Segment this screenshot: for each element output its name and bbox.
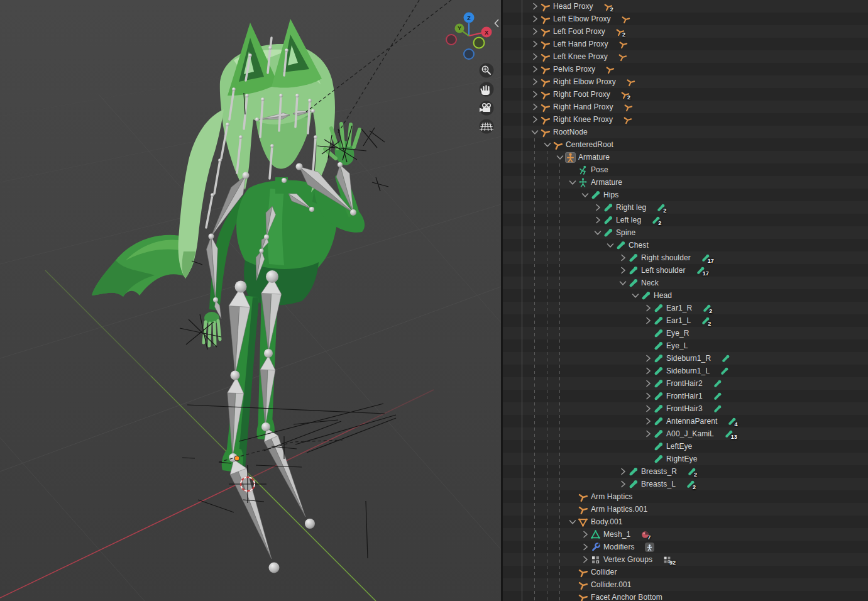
- outliner-row[interactable]: Left Knee Proxy: [503, 50, 868, 63]
- bone-icon[interactable]: [653, 454, 664, 465]
- camera-button[interactable]: [480, 101, 494, 116]
- collapse-arrow[interactable]: [568, 517, 578, 527]
- outliner-row[interactable]: Sideburn1_R: [503, 352, 868, 365]
- bone-icon[interactable]: [615, 240, 626, 251]
- bone-icon[interactable]: [628, 466, 639, 477]
- expand-arrow[interactable]: [593, 202, 603, 212]
- outliner-item-label[interactable]: Neck: [641, 278, 659, 287]
- collapse-arrow[interactable]: [630, 290, 640, 300]
- vertex-group-icon[interactable]: [590, 554, 601, 565]
- outliner-row[interactable]: FrontHair2: [503, 377, 868, 390]
- empty-icon[interactable]: [552, 140, 563, 150]
- outliner-item-label[interactable]: Hips: [603, 190, 618, 199]
- expand-arrow[interactable]: [643, 404, 653, 414]
- expand-arrow[interactable]: [643, 353, 653, 363]
- empty-icon[interactable]: [540, 26, 551, 37]
- outliner-item-label[interactable]: Modifiers: [603, 543, 635, 551]
- outliner-item-label[interactable]: Left leg: [616, 216, 641, 224]
- bone-icon[interactable]: [653, 353, 664, 364]
- expand-arrow[interactable]: [643, 378, 653, 389]
- outliner-item-label[interactable]: Chest: [629, 241, 649, 250]
- outliner-item-label[interactable]: Left shoulder: [641, 266, 686, 275]
- outliner-row[interactable]: RightEye: [503, 453, 868, 465]
- outliner-item-label[interactable]: FrontHair1: [666, 392, 703, 400]
- outliner-item-label[interactable]: FrontHair2: [666, 379, 703, 388]
- outliner-row[interactable]: Left Hand Proxy: [503, 38, 868, 50]
- outliner-row[interactable]: Arm Haptics: [503, 490, 868, 503]
- empty-icon[interactable]: [578, 492, 588, 502]
- outliner-row[interactable]: A00_J_KamiL13: [503, 427, 868, 440]
- bone-icon[interactable]: [628, 265, 639, 276]
- bone-icon[interactable]: [603, 228, 613, 238]
- expand-arrow[interactable]: [580, 529, 590, 539]
- bone-icon[interactable]: [653, 429, 664, 439]
- outliner-item-label[interactable]: Collider.001: [591, 580, 632, 589]
- expand-arrow[interactable]: [593, 215, 603, 225]
- outliner-row[interactable]: Mesh_17: [503, 528, 868, 541]
- outliner-item-label[interactable]: Breasts_L: [641, 480, 676, 488]
- outliner-item-label[interactable]: Sideburn1_L: [666, 367, 710, 375]
- outliner-row[interactable]: Vertex Groups92: [503, 553, 868, 566]
- outliner-item-label[interactable]: Head Proxy: [553, 2, 593, 11]
- 3d-viewport[interactable]: Y X Z: [0, 0, 501, 601]
- collapse-arrow[interactable]: [618, 278, 628, 288]
- outliner-item-label[interactable]: FrontHair3: [666, 404, 703, 413]
- outliner-row[interactable]: Breasts_R2: [503, 465, 868, 478]
- outliner-item-label[interactable]: Ear1_R: [666, 304, 692, 312]
- gizmo-y-ball[interactable]: Y: [455, 24, 464, 33]
- expand-arrow[interactable]: [530, 89, 540, 99]
- outliner-item-label[interactable]: Left Hand Proxy: [553, 40, 608, 48]
- outliner-row[interactable]: Left Elbow Proxy: [503, 13, 868, 25]
- outliner-item-label[interactable]: Right Hand Proxy: [553, 102, 613, 111]
- outliner-item-label[interactable]: Eye_L: [666, 341, 688, 350]
- outliner-row[interactable]: Left shoulder17: [503, 264, 868, 277]
- empty-icon[interactable]: [540, 114, 551, 125]
- expand-arrow[interactable]: [643, 303, 653, 313]
- outliner-panel[interactable]: Head Proxy2Left Elbow ProxyLeft Foot Pro…: [503, 0, 868, 601]
- zoom-button[interactable]: [480, 63, 494, 78]
- outliner-item-label[interactable]: Left Elbow Proxy: [553, 14, 611, 23]
- outliner-row[interactable]: Armature: [503, 176, 868, 189]
- outliner-row[interactable]: Eye_R: [503, 327, 868, 339]
- expand-arrow[interactable]: [530, 39, 540, 49]
- bone-icon[interactable]: [653, 404, 664, 414]
- collapse-arrow[interactable]: [593, 228, 603, 238]
- outliner-row[interactable]: Right leg2: [503, 201, 868, 214]
- outliner-row[interactable]: Modifiers: [503, 541, 868, 553]
- outliner-row[interactable]: Collider.001: [503, 578, 868, 591]
- expand-arrow[interactable]: [530, 102, 540, 112]
- gizmo-y-negative-ball[interactable]: [474, 38, 485, 48]
- wrench-icon[interactable]: [590, 542, 601, 553]
- pose-icon[interactable]: [578, 165, 588, 175]
- outliner-item-label[interactable]: Arm Haptics: [591, 492, 632, 501]
- outliner-item-label[interactable]: RightEye: [666, 455, 698, 463]
- expand-arrow[interactable]: [643, 366, 653, 376]
- empty-icon[interactable]: [540, 127, 551, 138]
- expand-arrow[interactable]: [643, 316, 653, 326]
- outliner-item-label[interactable]: Pose: [591, 165, 608, 174]
- bone-icon[interactable]: [653, 341, 664, 351]
- expand-arrow[interactable]: [530, 114, 540, 124]
- bone-icon[interactable]: [603, 202, 613, 213]
- bone-icon[interactable]: [653, 416, 664, 427]
- outliner-item-label[interactable]: Right leg: [616, 203, 646, 212]
- outliner-row[interactable]: Right shoulder17: [503, 251, 868, 264]
- outliner-row[interactable]: Right Elbow Proxy: [503, 75, 868, 88]
- outliner-row[interactable]: Head: [503, 289, 868, 302]
- empty-icon[interactable]: [540, 64, 551, 75]
- outliner-item-label[interactable]: Facet Anchor Bottom: [591, 593, 662, 601]
- gizmo-x-negative-ball[interactable]: [446, 35, 456, 45]
- expand-arrow[interactable]: [530, 77, 540, 87]
- bone-icon[interactable]: [590, 190, 601, 201]
- outliner-row[interactable]: AntennaParent4: [503, 415, 868, 427]
- outliner-row[interactable]: Pelvis Proxy: [503, 63, 868, 75]
- outliner-row[interactable]: Hips: [503, 189, 868, 201]
- outliner-item-label[interactable]: Right Knee Proxy: [553, 115, 613, 124]
- outliner-row[interactable]: Right Hand Proxy: [503, 101, 868, 113]
- expand-arrow[interactable]: [530, 52, 540, 62]
- outliner-row[interactable]: Ear1_L2: [503, 314, 868, 327]
- bone-icon[interactable]: [603, 215, 613, 226]
- outliner-row[interactable]: Collider: [503, 566, 868, 578]
- bone-icon[interactable]: [653, 378, 664, 389]
- bone-icon[interactable]: [653, 366, 664, 377]
